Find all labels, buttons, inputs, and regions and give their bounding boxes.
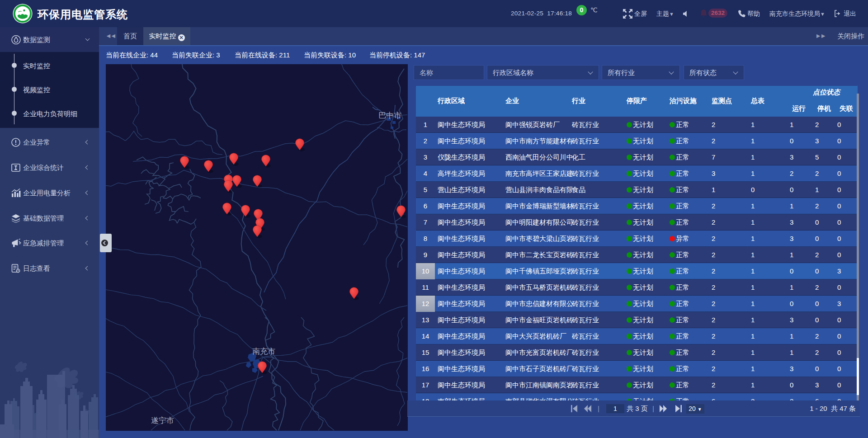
svg-text:巴中市: 巴中市 xyxy=(378,111,401,120)
svg-text:遂宁市: 遂宁市 xyxy=(151,416,174,425)
svg-text:南充市: 南充市 xyxy=(252,347,275,356)
